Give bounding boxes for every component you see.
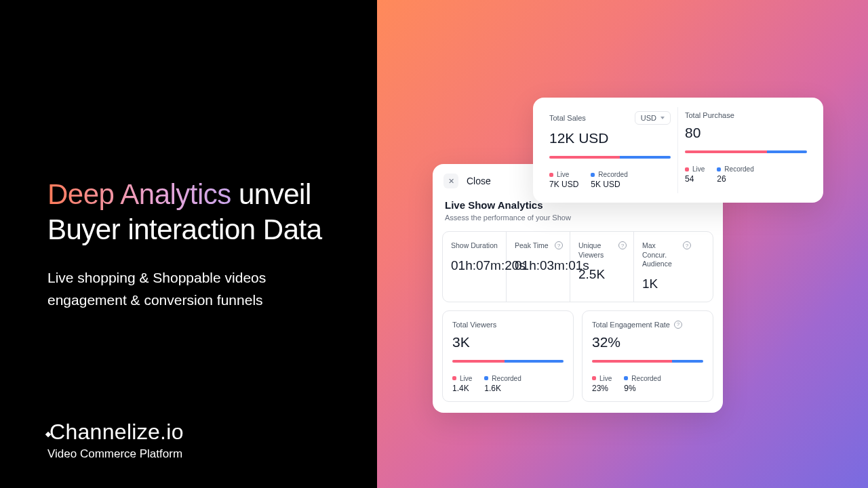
brand-name: Channelize.io [47, 420, 184, 445]
bar-seg-recorded [672, 360, 703, 363]
legend-live: Live 54 [685, 165, 705, 184]
metric-label: Total Engagement Rate [592, 321, 670, 329]
legend-value: 1.4K [452, 384, 472, 393]
legend-live: Live 23% [592, 375, 612, 393]
hero-sub2: engagement & conversion funnels [47, 292, 263, 308]
hero-subheadline: Live shopping & Shoppable videos engagem… [47, 267, 330, 311]
bar-seg-recorded [505, 360, 564, 363]
metric-label: Total Viewers [452, 321, 496, 329]
info-icon[interactable]: ? [555, 241, 563, 249]
hero-panel: Deep Analytics unveil Buyer interaction … [0, 0, 377, 488]
viewers-bar [452, 360, 564, 363]
dot-icon [685, 167, 689, 171]
close-label: Close [467, 176, 491, 186]
preview-panel: ✕ Close Live Show Analytics Assess the p… [377, 0, 868, 488]
legend-value: 26 [717, 174, 753, 184]
legend-live: Live 7K USD [549, 171, 578, 189]
stat-label: Unique Viewers [578, 241, 616, 260]
hero-headline-line2: Buyer interaction Data [47, 214, 322, 245]
legend-value: 1.6K [484, 384, 521, 393]
dot-icon [591, 173, 595, 177]
total-purchase-label: Total Purchase [685, 111, 734, 119]
stat-value: 2.5K [578, 266, 627, 283]
legend-label-text: Live [557, 171, 569, 178]
legend-label-text: Live [692, 165, 705, 173]
legend-value: 7K USD [549, 180, 578, 189]
total-purchase-cell: Total Purchase 80 Live 54 Recorded 26 [678, 107, 814, 193]
stat-show-duration: Show Duration 01h:07m:20s [443, 232, 507, 302]
legend-recorded: Recorded 26 [717, 165, 753, 184]
bar-seg-recorded [767, 150, 807, 153]
legend-value: 9% [624, 384, 660, 393]
metric-total-viewers: Total Viewers 3K Live 1.4K Recorded 1.6K [442, 310, 574, 402]
chevron-down-icon [660, 117, 665, 119]
legend-label-text: Recorded [492, 375, 521, 382]
engagement-bar [592, 360, 703, 363]
sales-bar [549, 156, 671, 159]
legend-label-text: Recorded [724, 165, 753, 173]
total-sales-cell: Total Sales USD 12K USD Live 7K USD Reco… [542, 107, 678, 193]
dot-icon [624, 376, 628, 380]
stat-unique-viewers: Unique Viewers ? 2.5K [570, 232, 634, 302]
purchase-bar [685, 150, 807, 153]
legend-label-text: Recorded [631, 375, 660, 382]
info-icon[interactable]: ? [618, 241, 627, 249]
brand-tagline: Video Commerce Platform [47, 447, 184, 461]
legend-recorded: Recorded 9% [624, 375, 660, 393]
stat-label: Peak Time [515, 241, 549, 251]
legend-value: 54 [685, 174, 705, 184]
stat-value: 1K [642, 276, 691, 292]
stat-value: 01h:03m:01s [515, 258, 563, 274]
analytics-subtitle: Assess the performance of your Show [442, 214, 713, 222]
brand-name-rest: hannelize.io [65, 420, 183, 444]
stat-grid: Show Duration 01h:07m:20s Peak Time ? 01… [442, 231, 713, 302]
dot-icon [549, 173, 553, 177]
dot-icon [717, 167, 721, 171]
legend-live: Live 1.4K [452, 375, 472, 393]
stat-value: 01h:07m:20s [451, 258, 499, 274]
total-sales-value: 12K USD [549, 130, 671, 146]
hero-accent: Deep Analytics [47, 178, 231, 210]
legend-value: 5K USD [591, 180, 627, 189]
legend-recorded: Recorded 5K USD [591, 171, 627, 189]
sales-card: Total Sales USD 12K USD Live 7K USD Reco… [533, 98, 823, 203]
bar-seg-live [549, 156, 620, 159]
metric-value: 32% [592, 334, 703, 350]
total-purchase-value: 80 [685, 125, 807, 141]
close-icon: ✕ [448, 177, 454, 186]
dot-icon [592, 376, 596, 380]
dot-icon [484, 376, 488, 380]
info-icon[interactable]: ? [674, 321, 682, 329]
hero-sub1: Live shopping & Shoppable videos [47, 270, 266, 285]
total-sales-label: Total Sales [549, 114, 586, 122]
legend-label-text: Live [460, 375, 472, 382]
info-icon[interactable]: ? [683, 241, 691, 249]
legend-label-text: Live [599, 375, 612, 382]
bar-seg-recorded [620, 156, 671, 159]
hero-headline: Deep Analytics unveil Buyer interaction … [47, 177, 330, 248]
legend-recorded: Recorded 1.6K [484, 375, 521, 393]
stat-peak-time: Peak Time ? 01h:03m:01s [507, 232, 570, 302]
currency-value: USD [641, 114, 656, 122]
legend-label-text: Recorded [598, 171, 627, 178]
bar-seg-live [592, 360, 672, 363]
bar-seg-live [452, 360, 505, 363]
dot-icon [452, 376, 456, 380]
stat-label: Max Concur. Audience [642, 241, 680, 269]
metric-engagement: Total Engagement Rate ? 32% Live 23% Rec… [582, 310, 713, 402]
legend-value: 23% [592, 384, 612, 393]
currency-select[interactable]: USD [635, 111, 671, 125]
hero-headline-rest1: unveil [231, 178, 311, 210]
bar-seg-live [685, 150, 767, 153]
brand-block: Channelize.io Video Commerce Platform [47, 420, 184, 461]
stat-label: Show Duration [451, 241, 498, 251]
metric-value: 3K [452, 334, 564, 350]
stat-max-concur: Max Concur. Audience ? 1K [634, 232, 698, 302]
close-button[interactable]: ✕ [443, 174, 458, 188]
